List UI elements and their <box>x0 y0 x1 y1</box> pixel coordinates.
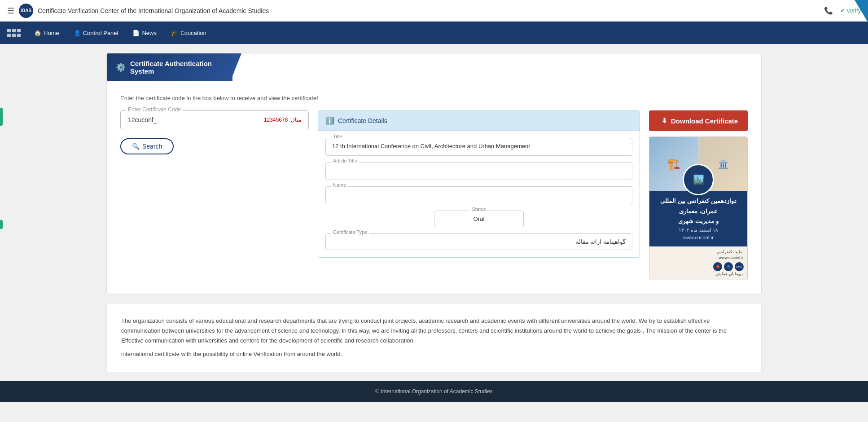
poster-bottom: سایت کنفرانس www.cuconf.ir IOAS 🔵 🔴 میهم… <box>649 246 747 280</box>
cert-input-row: مثال: 12345678 <box>128 116 301 123</box>
download-button[interactable]: ⬇ Download Certificate <box>649 110 748 131</box>
cert-title-field: Title 12 th International Conference on … <box>325 138 632 156</box>
poster-website: www.cuconf.ir <box>683 235 714 240</box>
poster-title-fa3: و مدیریت شهری <box>678 217 718 225</box>
topbar-title: Certificate Verification Center of the I… <box>38 7 820 14</box>
cert-right-panel: ⬇ Download Certificate 🏗️ 🏛️ 🏙️ دوازدهمی… <box>649 110 748 280</box>
status-label: Status <box>470 207 487 212</box>
cert-input-wrapper: Enter Certificate Code مثال: 12345678 <box>120 110 309 129</box>
poster-date: ۱۸ اسفند ماه ۱۴۰۲ <box>679 227 718 233</box>
cert-type-value: گواهینامه ارائه مقاله <box>332 238 626 245</box>
cert-status-field: Status Oral <box>434 211 524 227</box>
cert-card-body: Enter the certificate code in the box be… <box>107 81 761 294</box>
cert-details-header: ℹ️ Certificate Details <box>318 111 640 131</box>
main-content: ⚙️ Certificate Authentication System Ent… <box>97 53 771 372</box>
conference-poster[interactable]: 🏗️ 🏛️ 🏙️ دوازدهمین کنفرانس بین المللی عم… <box>649 136 748 280</box>
search-button[interactable]: 🔍 Search <box>120 138 174 154</box>
cert-input-label: Enter Certificate Code <box>126 106 183 113</box>
news-icon: 📄 <box>132 30 140 36</box>
navbar-dot <box>7 29 11 32</box>
search-icon: 🔍 <box>132 143 140 150</box>
topbar: ☰ IOAS Certificate Verification Center o… <box>0 0 868 22</box>
poster-logo-2: 🔵 <box>724 262 733 271</box>
certificate-code-input[interactable] <box>128 116 259 123</box>
navbar-dot <box>12 29 16 32</box>
cert-article-title-field: Article Title <box>325 162 632 180</box>
cert-details-panel: ℹ️ Certificate Details Title 12 th Inter… <box>318 110 640 258</box>
navbar-item-news[interactable]: 📄 News <box>126 26 163 40</box>
navbar-item-home[interactable]: 🏠 Home <box>28 26 66 40</box>
home-icon: 🏠 <box>34 30 41 36</box>
cert-name-field: Name <box>325 186 632 204</box>
navbar-item-control-panel[interactable]: 👤 Control Panel <box>67 26 125 40</box>
cert-type-label: Certificate Type <box>331 229 369 235</box>
user-icon: 👤 <box>74 30 81 36</box>
navbar-item-education[interactable]: 🎓 Education <box>165 26 213 40</box>
topbar-right: 📞 verify <box>824 6 861 15</box>
cert-left-panel: Enter Certificate Code مثال: 12345678 🔍 … <box>120 110 309 154</box>
description-text-1: The organization consists of various edu… <box>121 316 747 346</box>
download-icon: ⬇ <box>662 117 667 125</box>
poster-website-bottom: www.cuconf.ir <box>653 255 744 261</box>
article-title-value <box>332 167 626 175</box>
green-accent-top <box>0 108 3 126</box>
navbar-label-control-panel: Control Panel <box>83 30 118 36</box>
poster-title-fa: دوازدهمین کنفرانس بین المللی <box>660 197 736 205</box>
footer-text: © International Organization of Academic… <box>375 388 493 395</box>
cert-card-header: ⚙️ Certificate Authentication System <box>107 53 232 81</box>
cert-card: ⚙️ Certificate Authentication System Ent… <box>106 53 762 294</box>
navbar: 🏠 Home 👤 Control Panel 📄 News 🎓 Educatio… <box>0 22 868 44</box>
poster-org-text: سایت کنفرانس <box>653 249 744 255</box>
title-value: 12 th International Conference on Civil,… <box>332 143 626 151</box>
cert-details-title: Certificate Details <box>338 117 387 124</box>
navbar-dots <box>7 29 21 37</box>
poster-body: دوازدهمین کنفرانس بین المللی عمران، معما… <box>649 191 747 246</box>
poster-logos: IOAS 🔵 🔴 <box>653 262 744 271</box>
education-icon: 🎓 <box>171 30 178 36</box>
poster-title-fa2: عمران، معماری <box>679 207 718 215</box>
verify-label: verify <box>840 7 861 14</box>
description-text-2: international certificate with the possi… <box>121 349 747 359</box>
article-title-label: Article Title <box>331 158 359 163</box>
navbar-dot <box>17 34 21 37</box>
cert-instruction: Enter the certificate code in the box be… <box>120 95 748 101</box>
info-icon: ℹ️ <box>325 116 334 125</box>
cert-header-icon: ⚙️ <box>116 62 126 72</box>
name-value <box>332 191 626 199</box>
poster-circle-logo: 🏙️ <box>683 164 714 195</box>
footer: © International Organization of Academic… <box>0 381 868 402</box>
navbar-dot <box>7 34 11 37</box>
download-label: Download Certificate <box>671 117 738 125</box>
navbar-label-home: Home <box>44 30 59 36</box>
cert-header-title: Certificate Authentication System <box>130 60 224 75</box>
phone-icon[interactable]: 📞 <box>824 6 833 15</box>
cert-details-body: Title 12 th International Conference on … <box>318 131 640 257</box>
logo: IOAS <box>19 4 33 18</box>
green-accent-bottom <box>0 220 3 229</box>
poster-logo-3: 🔴 <box>713 262 722 271</box>
status-value: Oral <box>452 215 505 222</box>
search-label: Search <box>142 143 162 150</box>
poster-speakers-label: میهمانان همایش <box>653 271 744 277</box>
cert-main-layout: Enter Certificate Code مثال: 12345678 🔍 … <box>120 110 748 280</box>
poster-logo-1: IOAS <box>735 262 744 271</box>
navbar-dot <box>12 34 16 37</box>
cert-status-row: Status Oral <box>325 211 632 227</box>
title-label: Title <box>331 134 344 139</box>
navbar-label-news: News <box>142 30 157 36</box>
description-section: The organization consists of various edu… <box>106 303 762 372</box>
navbar-label-education: Education <box>180 30 206 36</box>
name-label: Name <box>331 182 348 188</box>
navbar-dot <box>17 29 21 32</box>
cert-type-field: Certificate Type گواهینامه ارائه مقاله <box>325 233 632 250</box>
cert-example: مثال: 12345678 <box>264 117 301 123</box>
menu-icon[interactable]: ☰ <box>7 6 14 16</box>
